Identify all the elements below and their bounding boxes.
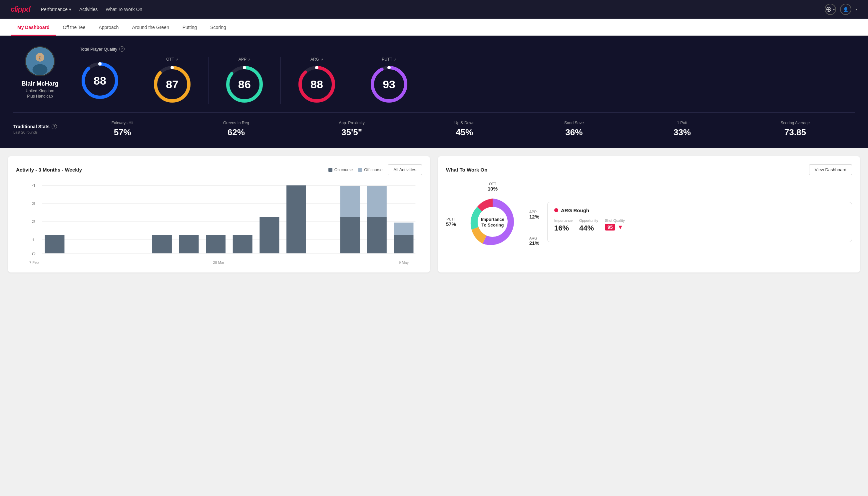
svg-point-2 [33,64,48,75]
nav-links: Performance ▾ Activities What To Work On [41,5,814,13]
chevron-down-icon: ▾ [69,7,71,12]
bar-11-on [340,217,360,253]
arg-dot-icon [554,208,558,212]
add-button[interactable]: ⊕ ▾ [825,4,836,15]
activity-chart-area: 4 3 2 1 0 [16,182,422,259]
trad-label-wrap: Traditional Stats ? Last 20 rounds [13,124,67,134]
tab-scoring[interactable]: Scoring [204,19,233,36]
trad-stats-info-icon[interactable]: ? [52,124,57,129]
legend-on-course-dot [328,168,332,172]
score-circle-app: 86 [224,64,265,104]
shot-quality-value-wrap: 95 ▼ [605,224,625,231]
navbar: clippd Performance ▾ Activities What To … [0,0,868,19]
bar-12-off [367,186,387,217]
score-arg: ARG ↗ 88 [281,57,353,104]
add-dropdown-arrow: ▾ [833,7,835,12]
score-circle-arg: 88 [297,64,337,104]
shot-quality-down-icon: ▼ [617,224,623,231]
legend-on-course: On course [328,168,353,172]
nav-performance[interactable]: Performance ▾ [41,5,71,13]
svg-text:4: 4 [32,183,36,188]
score-circle-ott: 87 [152,64,192,104]
arg-opportunity: Opportunity 44% [579,218,598,233]
score-app: APP ↗ 86 [208,57,281,104]
score-value-putt: 93 [383,78,395,91]
hero-top: 🏌 Blair McHarg United Kingdom Plus Handi… [13,46,855,104]
arg-shot-quality: Shot Quality 95 ▼ [605,218,625,233]
legend-off-course: Off course [358,168,382,172]
arg-detail-title: ARG Rough [554,207,845,213]
tab-my-dashboard[interactable]: My Dashboard [11,19,56,36]
score-label-app: APP ↗ [238,57,251,62]
trad-stat-fairways: Fairways Hit 57% [112,121,133,138]
x-label-may: 9 May [399,261,409,264]
work-on-content: PUTT 57% OTT 10% APP 12% ARG 21% [446,182,852,262]
svg-text:To Scoring: To Scoring [482,222,504,228]
trad-stat-scoring: Scoring Average 73.85 [780,121,810,138]
donut-label-putt: PUTT 57% [446,217,456,227]
score-label-putt: PUTT ↗ [382,57,396,62]
tab-putting[interactable]: Putting [176,19,204,36]
donut-label-app: APP 12% [529,210,539,219]
plus-icon: ⊕ [826,5,832,14]
player-name: Blair McHarg [21,80,58,87]
user-menu-button[interactable]: 👤 [840,4,851,15]
tab-off-the-tee[interactable]: Off the Tee [56,19,92,36]
arg-importance: Importance 16% [554,218,572,233]
nav-what-to-work-on[interactable]: What To Work On [106,5,142,13]
trad-stat-gir: Greens In Reg 62% [223,121,249,138]
all-activities-button[interactable]: All Activities [388,164,422,175]
score-label-arg: ARG ↗ [311,57,323,62]
total-quality-info-icon[interactable]: ? [119,46,125,52]
svg-text:2: 2 [32,219,36,224]
score-value-app: 86 [238,78,251,91]
player-country: United Kingdom [26,89,54,93]
putt-arrow-icon: ↗ [394,58,396,61]
avatar: 🏌 [25,46,55,76]
x-label-feb: 7 Feb [29,261,38,264]
arg-metrics: Importance 16% Opportunity 44% Shot Qual… [554,218,845,233]
svg-text:🏌: 🏌 [38,55,42,60]
activity-card: Activity - 3 Months - Weekly On course O… [8,156,430,273]
score-putt: PUTT ↗ 93 [353,57,425,104]
bar-11-off [340,186,360,217]
user-dropdown-arrow[interactable]: ▾ [855,7,857,12]
player-info: 🏌 Blair McHarg United Kingdom Plus Handi… [13,46,67,98]
view-dashboard-button[interactable]: View Dashboard [809,164,852,175]
tab-around-the-green[interactable]: Around the Green [125,19,175,36]
bar-12-on [367,217,387,253]
donut-label-arg: ARG 21% [529,236,539,246]
trad-stat-1putt: 1 Putt 33% [674,121,691,138]
arg-arrow-icon: ↗ [320,58,323,61]
chart-x-labels: 7 Feb 28 Mar 9 May [16,261,422,264]
scores-grid: 88 OTT ↗ 87 APP [80,57,855,104]
bar-5 [179,235,199,253]
tab-approach[interactable]: Approach [92,19,125,36]
score-circle-main: 88 [80,61,120,100]
bottom-section: Activity - 3 Months - Weekly On course O… [0,148,868,280]
trad-label: Traditional Stats ? [13,124,67,129]
app-arrow-icon: ↗ [248,58,251,61]
donut-label-ott: OTT 10% [488,182,498,191]
score-circle-putt: 93 [369,64,409,104]
nav-activities[interactable]: Activities [79,5,98,13]
work-on-header: What To Work On View Dashboard [446,164,852,175]
bar-4 [152,235,172,253]
trad-stats-grid: Fairways Hit 57% Greens In Reg 62% App. … [67,121,855,138]
svg-text:0: 0 [32,251,36,256]
work-on-title: What To Work On [446,167,809,173]
svg-text:3: 3 [32,201,36,205]
bar-6 [206,235,225,253]
legend-off-course-dot [358,168,362,172]
score-ott: OTT ↗ 87 [136,57,208,104]
hero-section: 🏌 Blair McHarg United Kingdom Plus Handi… [0,36,868,148]
traditional-stats: Traditional Stats ? Last 20 rounds Fairw… [13,112,855,138]
scores-title: Total Player Quality ? [80,46,855,52]
chart-legend: On course Off course [328,168,383,172]
user-icon: 👤 [843,7,848,12]
trad-sub: Last 20 rounds [13,130,67,134]
trad-stat-updown: Up & Down 45% [454,121,475,138]
score-value-arg: 88 [311,78,323,91]
trad-stat-sandsave: Sand Save 36% [564,121,584,138]
scores-section: Total Player Quality ? 88 OTT ↗ [80,46,855,104]
